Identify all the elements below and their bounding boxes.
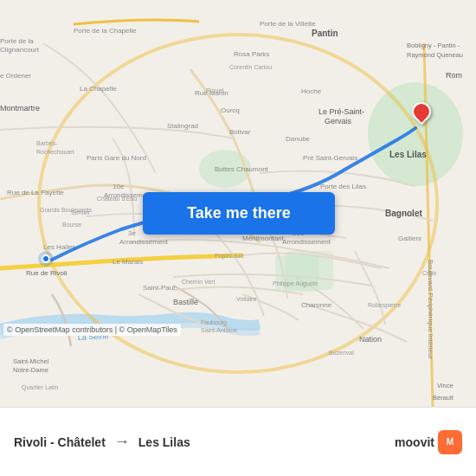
svg-text:Pantin: Pantin xyxy=(312,29,338,38)
route-origin: Rivoli - Châtelet xyxy=(14,435,106,449)
svg-text:Rochechouart: Rochechouart xyxy=(36,149,74,155)
origin-dot-outer xyxy=(38,251,54,267)
svg-text:Buzenval: Buzenval xyxy=(329,350,354,356)
svg-text:Rosa Parks: Rosa Parks xyxy=(234,50,269,58)
take-me-there-button[interactable]: Take me there xyxy=(143,192,335,235)
moovit-label: moovit xyxy=(395,435,434,449)
svg-text:Les Lilas: Les Lilas xyxy=(389,150,427,159)
bottom-bar: Rivoli - Châtelet → Les Lilas moovit M xyxy=(0,407,476,476)
svg-text:Arrondissement: Arrondissement xyxy=(119,238,169,246)
svg-text:Robespierre: Robespierre xyxy=(368,302,401,309)
destination-pin-marker xyxy=(408,98,434,125)
map-container: La Seine Boulevard Périphérique Intérieu… xyxy=(0,0,476,407)
svg-text:Bastille: Bastille xyxy=(173,298,198,306)
map-attribution: © OpenStreetMap contributors | © OpenMap… xyxy=(3,324,181,336)
svg-text:Charonne: Charonne xyxy=(301,301,332,309)
origin-pin xyxy=(38,251,54,267)
svg-text:Chemin Vert: Chemin Vert xyxy=(182,279,215,285)
svg-text:Notre-Dame: Notre-Dame xyxy=(13,366,48,374)
svg-text:Faubourg: Faubourg xyxy=(201,319,227,326)
svg-text:Clignancourt: Clignancourt xyxy=(0,46,40,54)
svg-text:Porte de la Chapelle: Porte de la Chapelle xyxy=(74,27,137,35)
svg-text:Montmartre: Montmartre xyxy=(0,104,40,113)
svg-text:Bobligny - Pantin -: Bobligny - Pantin - xyxy=(407,42,460,49)
destination-pin xyxy=(412,102,431,121)
svg-text:Paris Gare du Nord: Paris Gare du Nord xyxy=(87,154,146,162)
svg-text:Raymond Queneau: Raymond Queneau xyxy=(407,51,463,59)
moovit-icon: M xyxy=(438,430,462,454)
svg-text:Hoche: Hoche xyxy=(301,87,322,95)
svg-text:Porte des Lilas: Porte des Lilas xyxy=(320,183,366,190)
svg-text:Rue de Rivoli: Rue de Rivoli xyxy=(26,269,68,277)
svg-text:Croix: Croix xyxy=(422,270,437,276)
svg-text:Le Marais: Le Marais xyxy=(113,258,143,266)
svg-text:Porte de la Villette: Porte de la Villette xyxy=(260,20,316,28)
svg-text:Vince: Vince xyxy=(437,382,453,389)
svg-text:Barbès-: Barbès- xyxy=(36,140,58,146)
svg-text:Nation: Nation xyxy=(359,335,382,344)
svg-text:Château d'Eau: Château d'Eau xyxy=(97,196,137,202)
svg-text:Ourcq: Ourcq xyxy=(221,106,240,114)
svg-text:Gallieni: Gallieni xyxy=(398,235,421,242)
svg-text:Rue de La Fayette: Rue de La Fayette xyxy=(7,189,64,196)
svg-text:Bolivar: Bolivar xyxy=(229,128,251,136)
svg-text:Saint-Michel: Saint-Michel xyxy=(13,357,49,365)
svg-text:Bérault: Bérault xyxy=(433,394,454,402)
moovit-branding: moovit M xyxy=(395,430,462,454)
svg-text:Le Pré-Saint-: Le Pré-Saint- xyxy=(318,107,364,116)
svg-text:Corentin Cariou: Corentin Cariou xyxy=(229,64,272,70)
svg-text:Pré Saint-Gervais: Pré Saint-Gervais xyxy=(303,154,357,162)
svg-text:10e: 10e xyxy=(113,183,125,190)
svg-text:Buttes Chaumont: Buttes Chaumont xyxy=(215,165,269,173)
svg-text:Philippe Auguste: Philippe Auguste xyxy=(273,280,318,287)
route-info: Rivoli - Châtelet → Les Lilas xyxy=(14,433,395,451)
svg-text:3e: 3e xyxy=(128,229,136,237)
svg-text:Bagnolet: Bagnolet xyxy=(385,209,422,218)
svg-text:Quartier Latin: Quartier Latin xyxy=(22,384,59,391)
svg-text:Popincourt: Popincourt xyxy=(215,253,244,260)
origin-dot-inner xyxy=(42,254,50,263)
svg-text:e Ordener: e Ordener xyxy=(0,72,31,80)
svg-text:Voltaire: Voltaire xyxy=(236,296,256,302)
svg-text:Grands Boulevards: Grands Boulevards xyxy=(40,207,92,213)
svg-text:Danube: Danube xyxy=(286,135,311,143)
svg-text:Riquet: Riquet xyxy=(206,87,223,94)
svg-text:Stalingrad: Stalingrad xyxy=(167,122,198,130)
route-arrow-icon: → xyxy=(114,433,130,451)
svg-text:Ménilmontant: Ménilmontant xyxy=(242,235,285,242)
svg-text:La Chapelle: La Chapelle xyxy=(80,85,117,93)
svg-text:Bourse: Bourse xyxy=(62,222,81,228)
svg-text:Saint-Paul: Saint-Paul xyxy=(143,284,175,292)
svg-text:Arrondissement: Arrondissement xyxy=(282,238,331,246)
svg-text:Gervais: Gervais xyxy=(325,117,352,125)
svg-point-1 xyxy=(368,82,463,186)
route-destination: Les Lilas xyxy=(138,435,190,449)
svg-text:Porte de la: Porte de la xyxy=(0,37,34,45)
svg-text:Saint-Antoine: Saint-Antoine xyxy=(201,327,237,333)
svg-text:Rom: Rom xyxy=(446,71,462,80)
